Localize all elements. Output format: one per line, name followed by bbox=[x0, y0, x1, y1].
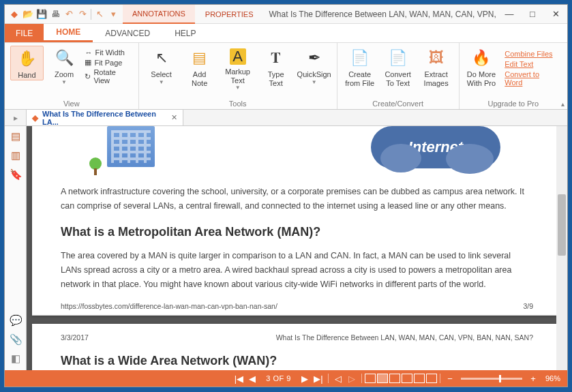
view-facing[interactable] bbox=[389, 374, 400, 383]
tags-icon[interactable]: 🔖 bbox=[10, 168, 22, 181]
document-tab[interactable]: ◆ What Is The Difference Between LA... ✕ bbox=[27, 110, 183, 125]
type-text[interactable]: 𝐓Type Text bbox=[259, 46, 293, 87]
paragraph: A network infrastructure covering the sc… bbox=[32, 175, 562, 213]
minimize-button[interactable]: — bbox=[498, 5, 521, 24]
zoom-icon: 🔍 bbox=[55, 48, 74, 67]
dropdown-icon[interactable]: ▾ bbox=[108, 9, 119, 20]
zoom-percent: 96% bbox=[545, 374, 560, 382]
header-title: What Is The Difference Between LAN, WAN,… bbox=[276, 333, 533, 342]
view-continuous[interactable] bbox=[377, 374, 388, 383]
extract-images[interactable]: 🖼Extract Images bbox=[419, 46, 453, 87]
add-note[interactable]: ▤Add Note bbox=[183, 46, 217, 87]
zoom-in-button[interactable]: + bbox=[527, 372, 539, 385]
cursor-select-icon: ↖ bbox=[152, 48, 171, 67]
view-single[interactable] bbox=[365, 374, 376, 383]
heading-wan: What is a Wide Area Network (WAN)? bbox=[32, 342, 562, 368]
hand-tool[interactable]: ✋Hand bbox=[10, 46, 44, 80]
create-from-file[interactable]: 📄Create from File bbox=[343, 46, 377, 87]
select-tool[interactable]: ↖Select▼ bbox=[145, 46, 179, 85]
next-page-button[interactable]: ▶ bbox=[299, 372, 311, 385]
group-create: Create/Convert bbox=[343, 98, 453, 108]
markup-text[interactable]: AMarkup Text▼ bbox=[221, 46, 255, 91]
heading-man: What is a Metropolitan Area Network (MAN… bbox=[32, 213, 562, 239]
zoom-out-button[interactable]: − bbox=[444, 372, 456, 385]
zoom-tool[interactable]: 🔍Zoom▼ bbox=[48, 46, 81, 85]
hand-icon: ✋ bbox=[17, 49, 36, 68]
fit-width-icon: ↔ bbox=[85, 48, 92, 57]
image-icon: 🖼 bbox=[427, 48, 446, 67]
zoom-slider[interactable] bbox=[461, 378, 522, 380]
document-tab-title: What Is The Difference Between LA... bbox=[42, 110, 167, 126]
save-icon[interactable]: 💾 bbox=[36, 9, 47, 20]
group-view: View bbox=[10, 98, 133, 108]
paragraph: The area covered by a MAN is quite large… bbox=[32, 239, 562, 291]
undo-icon[interactable]: ↶ bbox=[63, 9, 74, 20]
page-indicator: 3 OF 9 bbox=[266, 374, 291, 382]
link-convert-word[interactable]: Convert to Word bbox=[505, 70, 558, 87]
fit-width[interactable]: ↔Fit Width bbox=[85, 48, 132, 57]
vertical-scrollbar[interactable] bbox=[556, 126, 567, 370]
pdf-icon: ◆ bbox=[32, 113, 38, 123]
link-combine[interactable]: Combine Files bbox=[505, 50, 558, 58]
close-button[interactable]: ✕ bbox=[544, 5, 567, 24]
panel-toggle-icon[interactable]: ◧ bbox=[10, 352, 22, 365]
do-more-pro[interactable]: 🔥Do More With Pro bbox=[465, 46, 498, 87]
group-upgrade: Upgrade to Pro bbox=[465, 98, 562, 108]
view-grid[interactable] bbox=[414, 374, 425, 383]
view-facing-continuous[interactable] bbox=[402, 374, 412, 383]
prev-page-button[interactable]: ◀ bbox=[246, 372, 258, 385]
txt-icon: 📄 bbox=[389, 48, 408, 67]
thumbnails-icon[interactable]: ▥ bbox=[10, 149, 22, 162]
comments-icon[interactable]: 💬 bbox=[10, 314, 22, 327]
open-icon[interactable]: 📂 bbox=[22, 9, 33, 20]
flame-icon: 🔥 bbox=[472, 48, 491, 67]
rotate-icon: ↻ bbox=[85, 72, 91, 81]
fit-page-icon: ▦ bbox=[85, 58, 91, 67]
tab-properties[interactable]: PROPERTIES bbox=[196, 5, 263, 24]
app-icon: ◆ bbox=[9, 9, 20, 20]
tab-help[interactable]: HELP bbox=[162, 24, 208, 42]
tab-list-button[interactable]: ▸ bbox=[5, 110, 27, 125]
rotate-view[interactable]: ↻Rotate View bbox=[85, 68, 132, 85]
tab-home[interactable]: HOME bbox=[44, 24, 93, 42]
cloud-image: Internet bbox=[371, 126, 500, 168]
footer-page: 3/9 bbox=[523, 302, 533, 310]
bookmarks-icon[interactable]: ▤ bbox=[10, 130, 22, 142]
footer-url: https://fossbytes.com/difference-lan-wan… bbox=[61, 302, 277, 310]
view-full[interactable] bbox=[426, 374, 437, 383]
type-icon: 𝐓 bbox=[267, 48, 286, 67]
redo-icon[interactable]: ↷ bbox=[77, 9, 88, 20]
pen-icon: ✒ bbox=[305, 48, 324, 67]
print-icon[interactable]: 🖶 bbox=[50, 9, 61, 20]
header-date: 3/3/2017 bbox=[61, 333, 89, 342]
file-menu[interactable]: FILE bbox=[5, 24, 44, 42]
cursor-icon[interactable]: ↖ bbox=[94, 9, 105, 20]
building-image bbox=[107, 126, 155, 167]
note-icon: ▤ bbox=[190, 48, 209, 67]
nav-fwd-button[interactable]: ▷ bbox=[346, 372, 358, 385]
window-title: What Is The Difference Between LAN, WAN,… bbox=[264, 10, 498, 19]
tab-advanced[interactable]: ADVANCED bbox=[93, 24, 162, 42]
document-viewport[interactable]: Internet A network infrastructure coveri… bbox=[27, 126, 567, 370]
first-page-button[interactable]: |◀ bbox=[232, 372, 245, 385]
nav-back-button[interactable]: ◁ bbox=[332, 372, 344, 385]
last-page-button[interactable]: ▶| bbox=[312, 372, 325, 385]
fit-page[interactable]: ▦Fit Page bbox=[85, 58, 132, 67]
close-tab-icon[interactable]: ✕ bbox=[171, 113, 177, 122]
tab-annotations[interactable]: ANNOTATIONS bbox=[123, 5, 195, 24]
link-edit-text[interactable]: Edit Text bbox=[505, 60, 558, 68]
group-tools: Tools bbox=[145, 98, 331, 108]
collapse-ribbon[interactable]: ▴ bbox=[561, 100, 565, 108]
maximize-button[interactable]: □ bbox=[521, 5, 544, 24]
quicksign[interactable]: ✒QuickSign▼ bbox=[297, 46, 331, 85]
attachments-icon[interactable]: 📎 bbox=[10, 333, 22, 346]
file-plus-icon: 📄 bbox=[350, 48, 370, 67]
markup-icon: A bbox=[230, 48, 246, 65]
convert-to-text[interactable]: 📄Convert To Text bbox=[381, 46, 415, 87]
